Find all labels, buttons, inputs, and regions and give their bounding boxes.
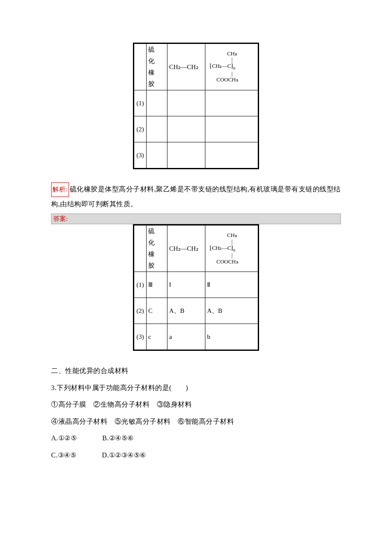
header-cell-col3: CH₂—CH₂: [167, 43, 205, 90]
struct-chain: ⁅CH₂—C⁆: [210, 245, 233, 251]
table-row: (2): [134, 116, 259, 142]
answer-bar: 答案:: [51, 214, 341, 224]
header-cell-col2: 硫化橡胶: [147, 225, 167, 272]
cell: Ⅱ: [205, 272, 259, 298]
structural-formula-icon: CH₃ | ⁅CH₂—C⁆n | COOCH₃: [207, 51, 238, 84]
cell: [205, 116, 259, 142]
explain-tag: 解析:: [51, 182, 69, 197]
question-table-1: 硫化橡胶 CH₂—CH₂ CH₃ | ⁅CH₂—C⁆n | COOCH₃ (1): [133, 43, 259, 169]
table-row: (2) C A、B A、B: [134, 298, 259, 324]
cell: c: [147, 324, 167, 350]
row-label: (1): [134, 272, 147, 298]
explanation-paragraph: 解析:硫化橡胶是体型高分子材料,聚乙烯是不带支链的线型结构,有机玻璃是带有支链的…: [51, 182, 341, 211]
header-cell-col3: CH₂—CH₂: [167, 225, 205, 272]
option-d: D.①②③④⑤⑥: [102, 451, 146, 459]
struct-main: ⁅CH₂—C⁆n: [207, 63, 238, 70]
formula-ch2-ch2: CH₂—CH₂: [169, 245, 199, 252]
q3-items-line2: ④液晶高分子材料 ⑤光敏高分子材料 ⑥智能高分子材料: [51, 414, 341, 429]
row-label: (1): [134, 90, 147, 116]
table-row: (1): [134, 90, 259, 116]
struct-bond: |: [207, 57, 238, 63]
section-heading: 二、性能优异的合成材料: [51, 364, 341, 378]
cell: [205, 142, 259, 169]
struct-cooch3: COOCH₃: [207, 77, 238, 83]
row-label: (3): [134, 142, 147, 169]
table-row: (1) Ⅲ Ⅰ Ⅱ: [134, 272, 259, 298]
cell: [147, 116, 167, 142]
header-cell-col2: 硫化橡胶: [147, 43, 167, 90]
answer-table: 硫化橡胶 CH₂—CH₂ CH₃ | ⁅CH₂—C⁆n | COOCH₃ (1)…: [133, 224, 259, 351]
q3-stem: 3.下列材料中属于功能高分子材料的是( ): [51, 381, 341, 395]
header-cell-empty: [134, 225, 147, 272]
q3-items-line1: ①高分子膜 ②生物高分子材料 ③隐身材料: [51, 397, 341, 412]
row-label: (3): [134, 324, 147, 350]
cell: [167, 142, 205, 169]
cell: b: [205, 324, 259, 350]
option-c: C.③④⑤: [51, 451, 76, 459]
struct-ch3: CH₃: [207, 51, 238, 57]
cell: a: [167, 324, 205, 350]
struct-chain: ⁅CH₂—C⁆: [210, 63, 233, 69]
header-cell-col4: CH₃ | ⁅CH₂—C⁆n | COOCH₃: [205, 43, 259, 90]
q3-options-row1: A.①②⑤B.②④⑤⑥: [51, 431, 341, 445]
option-b: B.②④⑤⑥: [102, 434, 134, 442]
cell: [147, 90, 167, 116]
struct-ch3: CH₃: [207, 232, 238, 239]
table-header-row: 硫化橡胶 CH₂—CH₂ CH₃ | ⁅CH₂—C⁆n | COOCH₃: [134, 43, 259, 90]
cell: A、B: [167, 298, 205, 324]
explain-text: 硫化橡胶是体型高分子材料,聚乙烯是不带支链的线型结构,有机玻璃是带有支链的线型结…: [51, 185, 341, 208]
table-header-row: 硫化橡胶 CH₂—CH₂ CH₃ | ⁅CH₂—C⁆n | COOCH₃: [134, 225, 259, 272]
cell: C: [147, 298, 167, 324]
cell: Ⅲ: [147, 272, 167, 298]
formula-ch2-ch2: CH₂—CH₂: [169, 64, 199, 70]
struct-bond-2: |: [207, 252, 238, 259]
cell: Ⅰ: [167, 272, 205, 298]
cell: [205, 90, 259, 116]
cell: [167, 116, 205, 142]
struct-cooch3: COOCH₃: [207, 259, 238, 265]
structural-formula-icon: CH₃ | ⁅CH₂—C⁆n | COOCH₃: [207, 232, 238, 265]
q3-options-row2: C.③④⑤D.①②③④⑤⑥: [51, 448, 341, 462]
cell: [167, 90, 205, 116]
table-row: (3): [134, 142, 259, 169]
struct-main: ⁅CH₂—C⁆n: [207, 245, 238, 252]
header-cell-col4: CH₃ | ⁅CH₂—C⁆n | COOCH₃: [205, 225, 259, 272]
table-row: (3) c a b: [134, 324, 259, 350]
struct-bond: |: [207, 239, 238, 245]
struct-bond-2: |: [207, 71, 238, 77]
struct-sub-n: n: [233, 247, 235, 252]
cell: A、B: [205, 298, 259, 324]
option-a: A.①②⑤: [51, 434, 77, 442]
header-cell-empty: [134, 43, 147, 90]
page-content: 硫化橡胶 CH₂—CH₂ CH₃ | ⁅CH₂—C⁆n | COOCH₃ (1): [0, 0, 392, 491]
cell: [147, 142, 167, 169]
row-label: (2): [134, 298, 147, 324]
struct-sub-n: n: [233, 66, 235, 70]
row-label: (2): [134, 116, 147, 142]
